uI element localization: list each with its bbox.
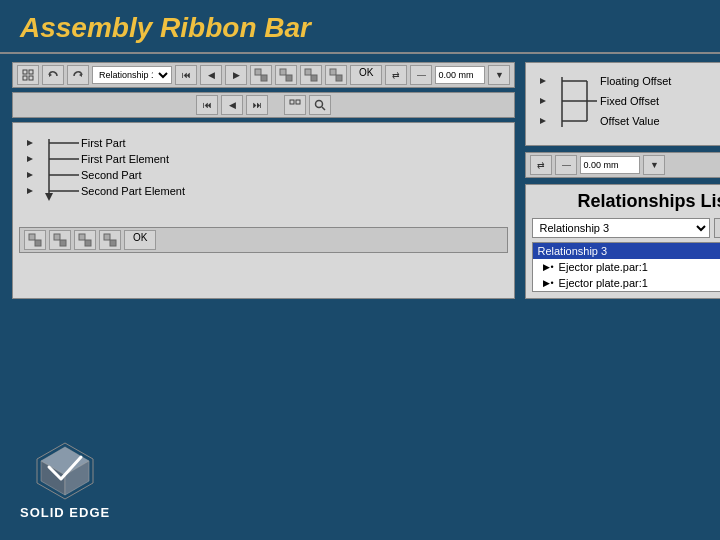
svg-text:Offset Value: Offset Value	[600, 115, 660, 127]
part-icon-4[interactable]	[325, 65, 347, 85]
relationships-title: Relationships List	[532, 191, 720, 212]
page-title: Assembly Ribbon Bar	[0, 0, 720, 52]
svg-text:Fixed Offset: Fixed Offset	[600, 95, 659, 107]
svg-rect-14	[290, 100, 294, 104]
rel-item-label-1: Ejector plate.par:1	[559, 261, 648, 273]
nav-prev-btn[interactable]: ◀	[221, 95, 243, 115]
relationship-select[interactable]: Relationship 1	[92, 66, 172, 84]
svg-rect-6	[255, 69, 261, 75]
svg-text:Floating Offset: Floating Offset	[600, 75, 671, 87]
rel-list: Relationship 3 ▶• Ejector plate.par:1 ▶•…	[532, 242, 720, 292]
svg-rect-3	[29, 76, 33, 80]
svg-marker-24	[27, 140, 33, 146]
svg-text:First Part: First Part	[81, 137, 126, 149]
nav-first-btn[interactable]: ⏮	[196, 95, 218, 115]
svg-marker-46	[540, 78, 546, 84]
rel-item-label-2: Ejector plate.par:1	[559, 277, 648, 289]
diag-icon-2[interactable]	[49, 230, 71, 250]
svg-rect-38	[104, 234, 110, 240]
grid-icon-btn[interactable]	[17, 65, 39, 85]
svg-rect-1	[29, 70, 33, 74]
svg-rect-12	[330, 69, 336, 75]
toolbar-row-1: Relationship 1 ⏮ ◀ ▶ OK ⇄ — ▼	[12, 62, 515, 88]
right-swap-btn[interactable]: ⇄	[530, 155, 552, 175]
minus-icon-btn[interactable]: —	[410, 65, 432, 85]
diag-icon-1[interactable]	[24, 230, 46, 250]
toolbar-row-2: ⏮ ◀ ⏭	[12, 92, 515, 118]
svg-rect-13	[336, 75, 342, 81]
diagram-area-right: Floating Offset Fixed Offset Offset Valu…	[525, 62, 720, 146]
nav-last-btn[interactable]: ⏭	[246, 95, 268, 115]
svg-rect-9	[286, 75, 292, 81]
logo-area: SOLID EDGE	[20, 441, 110, 520]
undo-icon-btn[interactable]	[42, 65, 64, 85]
left-panel: Relationship 1 ⏮ ◀ ▶ OK ⇄ — ▼	[12, 62, 515, 299]
svg-marker-27	[27, 188, 33, 194]
relationships-section: Relationships List Relationship 3 ▼ Rela…	[525, 184, 720, 299]
top-divider	[0, 52, 720, 54]
svg-rect-37	[85, 240, 91, 246]
rel-list-item-0[interactable]: Relationship 3	[533, 243, 720, 259]
svg-line-17	[322, 107, 325, 110]
svg-rect-11	[311, 75, 317, 81]
svg-rect-0	[23, 70, 27, 74]
first-icon-btn[interactable]: ⏮	[175, 65, 197, 85]
diag-icon-4[interactable]	[99, 230, 121, 250]
diagram-svg-right: Floating Offset Fixed Offset Offset Valu…	[532, 69, 720, 139]
logo-text: SOLID EDGE	[20, 505, 110, 520]
main-content: Relationship 1 ⏮ ◀ ▶ OK ⇄ — ▼	[0, 62, 720, 299]
right-panel: Floating Offset Fixed Offset Offset Valu…	[525, 62, 720, 299]
diagram-toolbar-left: OK	[19, 227, 508, 253]
rel-dropdown[interactable]: Relationship 3	[532, 218, 710, 238]
svg-marker-23	[45, 193, 53, 201]
next-icon-btn[interactable]: ▶	[225, 65, 247, 85]
toolbar-right: ⇄ — ▼	[525, 152, 720, 178]
rel-dropdown-row: Relationship 3 ▼	[532, 218, 720, 238]
prev-icon-btn[interactable]: ◀	[200, 65, 222, 85]
svg-marker-4	[49, 73, 52, 77]
zoom-icon-btn[interactable]	[309, 95, 331, 115]
svg-marker-48	[540, 118, 546, 124]
rel-item-prefix-1: ▶•	[543, 262, 553, 272]
ok-button-top[interactable]: OK	[350, 65, 382, 85]
part-icon-1[interactable]	[250, 65, 272, 85]
rel-list-item-1[interactable]: ▶• Ejector plate.par:1	[533, 259, 720, 275]
svg-rect-10	[305, 69, 311, 75]
right-offset-input[interactable]	[580, 156, 640, 174]
right-minus-btn[interactable]: —	[555, 155, 577, 175]
svg-point-16	[316, 101, 323, 108]
rel-item-prefix-2: ▶•	[543, 278, 553, 288]
right-dropdown-btn[interactable]: ▼	[643, 155, 665, 175]
svg-rect-2	[23, 76, 27, 80]
svg-rect-32	[29, 234, 35, 240]
rel-item-label-0: Relationship 3	[537, 245, 607, 257]
diagram-svg-left: First Part First Part Element Second Par…	[19, 129, 219, 219]
svg-marker-25	[27, 156, 33, 162]
svg-rect-7	[261, 75, 267, 81]
svg-text:Second Part: Second Part	[81, 169, 142, 181]
svg-rect-35	[60, 240, 66, 246]
svg-rect-15	[296, 100, 300, 104]
ok-button-diag[interactable]: OK	[124, 230, 156, 250]
svg-text:Second Part Element: Second Part Element	[81, 185, 185, 197]
grid2-icon-btn[interactable]	[284, 95, 306, 115]
svg-rect-33	[35, 240, 41, 246]
diag-icon-3[interactable]	[74, 230, 96, 250]
svg-rect-36	[79, 234, 85, 240]
rel-dropdown-arrow[interactable]: ▼	[714, 218, 720, 238]
svg-rect-34	[54, 234, 60, 240]
svg-rect-39	[110, 240, 116, 246]
svg-marker-5	[79, 73, 82, 77]
part-icon-3[interactable]	[300, 65, 322, 85]
svg-rect-8	[280, 69, 286, 75]
part-icon-2[interactable]	[275, 65, 297, 85]
offset-input[interactable]	[435, 66, 485, 84]
redo-icon-btn[interactable]	[67, 65, 89, 85]
solid-edge-logo	[35, 441, 95, 501]
rel-list-item-2[interactable]: ▶• Ejector plate.par:1	[533, 275, 720, 291]
swap-icon-btn[interactable]: ⇄	[385, 65, 407, 85]
svg-marker-26	[27, 172, 33, 178]
diagram-area-left: First Part First Part Element Second Par…	[12, 122, 515, 299]
dropdown-arrow-btn[interactable]: ▼	[488, 65, 510, 85]
svg-text:First Part Element: First Part Element	[81, 153, 169, 165]
